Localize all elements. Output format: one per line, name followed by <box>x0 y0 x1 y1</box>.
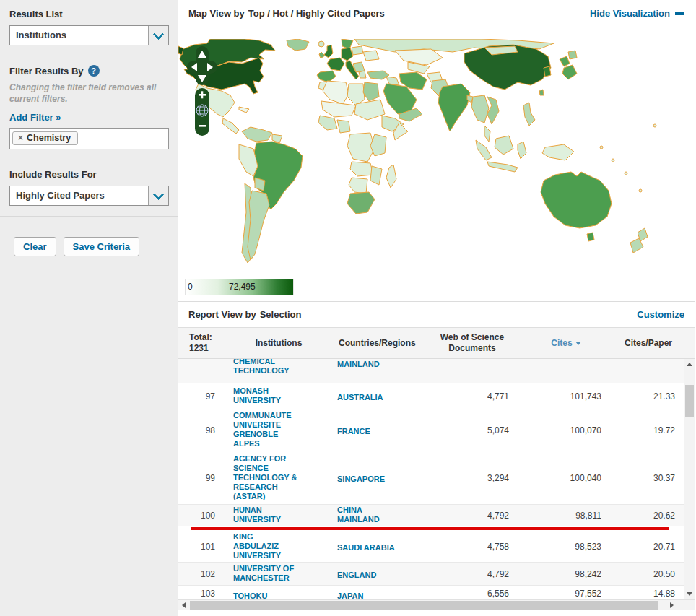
filter-heading: Filter Results By <box>9 66 84 77</box>
country-vietnam <box>487 97 499 124</box>
hide-visualization-link[interactable]: Hide Visualization <box>590 8 684 19</box>
map-header: Map View by Top / Hot / Highly Cited Pap… <box>178 0 695 27</box>
region-iberia <box>317 71 336 82</box>
country-south-africa <box>347 192 375 214</box>
legend-min: 0 <box>188 282 193 292</box>
island-dot <box>639 189 642 192</box>
rank-cell: 98 <box>178 424 225 437</box>
esi-app: Results List Institutions Filter Results… <box>0 0 696 616</box>
table-row[interactable]: 103 TOHOKU JAPAN 6,556 97,552 14.88 <box>178 586 684 599</box>
cites-cell: 98,523 <box>519 540 613 553</box>
scroll-up-icon[interactable] <box>684 359 695 370</box>
include-results-heading: Include Results For <box>9 169 169 180</box>
chevron-down-icon[interactable] <box>148 26 168 45</box>
region-myanmar-thailand <box>471 95 489 123</box>
institution-link[interactable]: MONASH UNIVERSITY <box>225 385 333 407</box>
institution-link[interactable]: UNIVERSITY OF MANCHESTER <box>225 563 333 585</box>
region-west-africa <box>318 116 337 130</box>
map-zoom-control[interactable] <box>195 88 209 136</box>
institution-link[interactable]: AGENCY FOR SCIENCE TECHNOLOGY & RESEARCH… <box>225 453 333 503</box>
country-egypt <box>363 82 379 101</box>
rank-cell: 99 <box>178 472 225 485</box>
country-cell: FRANCE <box>333 422 425 438</box>
zoom-out-icon <box>199 125 206 127</box>
cites-per-paper-cell: 21.33 <box>613 390 684 403</box>
cites-per-paper-cell: 14.88 <box>613 587 684 599</box>
column-header-wos-documents[interactable]: Web of Science Documents <box>425 331 519 355</box>
country-algeria <box>323 81 349 104</box>
table-row[interactable]: 99 AGENCY FOR SCIENCE TECHNOLOGY & RESEA… <box>178 451 684 505</box>
wos-documents-cell: 4,792 <box>425 568 519 581</box>
scroll-right-icon[interactable] <box>666 600 677 610</box>
table-row[interactable]: CHEMICAL TECHNOLOGY MAINLAND <box>178 359 684 383</box>
save-criteria-button[interactable]: Save Criteria <box>64 237 140 256</box>
country-nigeria <box>337 120 350 133</box>
institution-link[interactable]: CHEMICAL TECHNOLOGY <box>225 359 333 378</box>
institution-link[interactable]: HUNAN UNIVERSITY <box>225 504 333 526</box>
cites-cell: 100,070 <box>519 424 613 437</box>
filter-tag-chemistry[interactable]: × Chemistry <box>12 131 78 146</box>
institution-link[interactable]: TOHOKU <box>225 587 333 599</box>
column-header-countries[interactable]: Countries/Regions <box>333 337 425 350</box>
filter-box[interactable]: × Chemistry <box>9 128 169 149</box>
include-results-select[interactable]: Highly Cited Papers <box>9 186 169 206</box>
clear-button[interactable]: Clear <box>14 237 56 256</box>
table-row[interactable]: 97 MONASH UNIVERSITY AUSTRALIA 4,771 101… <box>178 383 684 409</box>
map-countries[interactable] <box>178 39 656 263</box>
customize-link[interactable]: Customize <box>637 309 684 320</box>
region-sumatra <box>476 140 492 160</box>
scroll-left-icon[interactable] <box>178 600 188 610</box>
country-poland <box>352 46 363 55</box>
country-cell: SINGAPORE <box>333 470 425 486</box>
wos-documents-cell: 4,771 <box>425 390 519 403</box>
help-icon[interactable]: ? <box>88 65 100 77</box>
report-view-selector[interactable]: Selection <box>260 309 302 320</box>
main-panel: Map View by Top / Hot / Highly Cited Pap… <box>178 0 695 616</box>
cites-per-paper-cell: 20.62 <box>613 509 684 522</box>
country-kazakhstan <box>395 49 443 65</box>
table-row[interactable]: 98 COMMUNAUTE UNIVERSITE GRENOBLE ALPES … <box>178 409 684 451</box>
column-header-cites-sort[interactable]: Cites <box>519 337 613 350</box>
cites-per-paper-cell: 20.50 <box>613 568 684 581</box>
region-tasmania <box>587 233 594 241</box>
country-turkey <box>367 71 389 79</box>
region-sahel <box>321 101 356 117</box>
add-filter-link[interactable]: Add Filter » <box>9 112 61 123</box>
world-map[interactable] <box>178 39 695 274</box>
cites-cell: 97,552 <box>519 587 613 599</box>
country-iceland <box>318 41 324 47</box>
remove-filter-icon[interactable]: × <box>18 134 23 142</box>
island-dot <box>612 159 614 162</box>
region-java <box>487 162 518 172</box>
wos-documents-cell: 5,074 <box>425 424 519 437</box>
table-row[interactable]: 102 UNIVERSITY OF MANCHESTER ENGLAND 4,7… <box>178 563 684 586</box>
table-row-rank-100[interactable]: 100 HUNAN UNIVERSITY CHINA MAINLAND 4,79… <box>178 505 684 526</box>
region-japan-honshu <box>560 56 570 66</box>
scroll-down-icon[interactable] <box>684 589 695 599</box>
column-header-institutions[interactable]: Institutions <box>225 337 333 350</box>
table-row[interactable]: 101 KING ABDULAZIZ UNIVERSITY SAUDI ARAB… <box>178 531 684 563</box>
map-view-selector[interactable]: Top / Hot / Highly Cited Papers <box>248 8 385 19</box>
horizontal-scrollbar[interactable] <box>178 599 695 610</box>
institution-link[interactable]: KING ABDULAZIZ UNIVERSITY <box>225 531 333 563</box>
cites-cell: 98,811 <box>519 509 613 522</box>
cites-per-paper-cell: 20.71 <box>613 540 684 553</box>
actions-section: Clear Save Criteria <box>0 217 178 272</box>
filter-tag-label: Chemistry <box>27 134 71 143</box>
vertical-scroll-thumb[interactable] <box>685 385 694 417</box>
include-results-value: Highly Cited Papers <box>10 186 148 205</box>
report-view-label: Report View by <box>188 309 256 320</box>
chevron-down-icon[interactable] <box>148 186 168 205</box>
horizontal-scroll-thumb[interactable] <box>190 601 658 610</box>
results-list-value: Institutions <box>10 26 148 45</box>
wos-documents-cell: 6,556 <box>425 587 519 599</box>
country-india <box>438 84 470 131</box>
institution-link[interactable]: COMMUNAUTE UNIVERSITE GRENOBLE ALPES <box>225 409 333 451</box>
column-header-cites-per-paper[interactable]: Cites/Paper <box>613 337 684 350</box>
results-list-select[interactable]: Institutions <box>9 25 169 45</box>
country-cell: SAUDI ARABIA <box>333 539 425 555</box>
country-uk <box>324 45 333 58</box>
country-cuba <box>239 107 249 113</box>
vertical-scrollbar[interactable] <box>684 359 695 599</box>
rank-cell: 101 <box>178 540 225 553</box>
